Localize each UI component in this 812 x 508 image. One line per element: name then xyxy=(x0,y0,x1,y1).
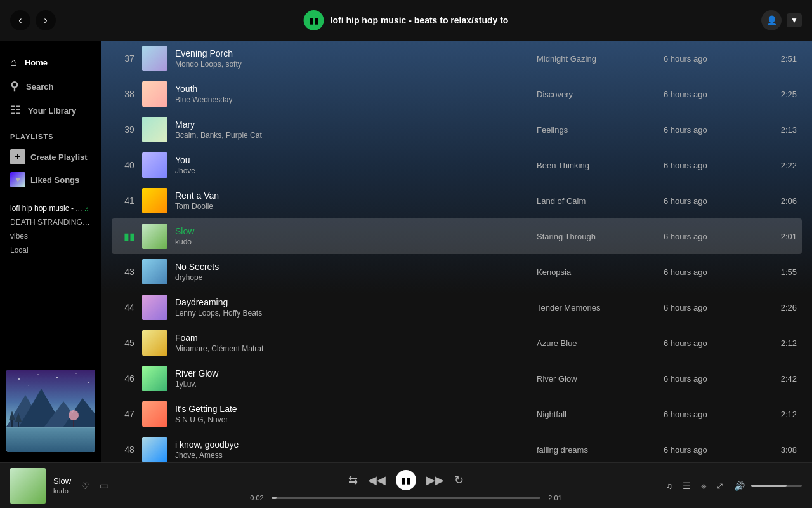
create-playlist-button[interactable]: + Create Playlist xyxy=(10,145,91,168)
player-right: ♫ ☰ ⎈ ⤢ 🔊 xyxy=(624,478,802,493)
user-avatar-button[interactable]: 👤 xyxy=(761,10,782,30)
track-row[interactable]: 46 River Glow 1yl.uv. River Glow 6 hours… xyxy=(112,361,802,396)
sidebar-item-library[interactable]: ☷ Your Library xyxy=(0,98,102,123)
track-row[interactable]: 45 Foam Miramare, Clément Matrat Azure B… xyxy=(112,325,802,361)
track-album: Kenopsia xyxy=(537,267,664,277)
sidebar-library-label: Your Library xyxy=(28,106,76,116)
sidebar-playlist-lofi[interactable]: lofi hip hop music - ... ♬ xyxy=(10,201,91,215)
track-art xyxy=(142,46,167,71)
track-num-cell: 46 xyxy=(117,373,142,384)
playlist-local-label: Local xyxy=(10,246,29,255)
nav-buttons: ‹ › xyxy=(10,10,56,30)
sidebar-playlist-local[interactable]: Local xyxy=(10,243,91,257)
current-time: 0:02 xyxy=(247,494,266,502)
player-album-art xyxy=(10,468,46,504)
track-artist: Tom Doolie xyxy=(175,202,537,211)
heart-button[interactable]: ♡ xyxy=(79,478,92,493)
svg-point-16 xyxy=(75,373,77,374)
playlist-lofi-label: lofi hip hop music - ... xyxy=(10,204,82,213)
track-row[interactable]: 48 i know, goodbye Jhove, Amess falling … xyxy=(112,432,802,462)
track-album: Azure Blue xyxy=(537,338,664,348)
track-row[interactable]: 38 Youth Blue Wednesday Discovery 6 hour… xyxy=(112,76,802,112)
svg-rect-5 xyxy=(6,427,95,452)
total-time: 2:01 xyxy=(546,494,565,502)
track-artist: Mondo Loops, softy xyxy=(175,60,537,69)
track-row[interactable]: 39 Mary Bcalm, Banks, Purple Cat Feeling… xyxy=(112,112,802,147)
track-album: River Glow xyxy=(537,374,664,384)
track-duration: 2:13 xyxy=(759,125,797,135)
previous-button[interactable]: ◀◀ xyxy=(368,473,386,487)
track-duration: 2:25 xyxy=(759,90,797,99)
track-art xyxy=(142,330,167,356)
track-artist: dryhope xyxy=(175,273,537,282)
progress-track[interactable] xyxy=(272,497,540,499)
track-artist: Bcalm, Banks, Purple Cat xyxy=(175,131,537,140)
sidebar-item-home[interactable]: ⌂ Home xyxy=(0,51,102,74)
shuffle-button[interactable]: ⇆ xyxy=(348,473,358,487)
track-info: Slow kudo xyxy=(167,226,537,246)
bottom-player: Slow kudo ♡ ▭ ⇆ ◀◀ ▮▮ ▶▶ ↻ 0:02 2:01 ♫ ☰… xyxy=(0,462,812,508)
track-date: 6 hours ago xyxy=(664,161,759,170)
track-row[interactable]: 47 It's Getting Late S N U G, Nuver Nigh… xyxy=(112,396,802,432)
queue-button[interactable]: ☰ xyxy=(680,478,693,493)
track-row[interactable]: 44 Daydreaming Lenny Loops, Hoffy Beats … xyxy=(112,290,802,325)
volume-bar[interactable] xyxy=(751,485,802,487)
picture-in-picture-button[interactable]: ▭ xyxy=(97,477,112,494)
sidebar-album-image xyxy=(6,370,95,452)
next-button[interactable]: ▶▶ xyxy=(426,473,444,487)
track-album: Land of Calm xyxy=(537,196,664,206)
track-num-cell: 43 xyxy=(117,267,142,277)
track-row[interactable]: 40 You Jhove Been Thinking 6 hours ago 2… xyxy=(112,147,802,183)
fullscreen-button[interactable]: ⤢ xyxy=(714,478,726,493)
player-icons: ♡ ▭ xyxy=(79,477,112,494)
track-num-cell: 47 xyxy=(117,409,142,419)
track-album: Midnight Gazing xyxy=(537,54,664,64)
player-left: Slow kudo ♡ ▭ xyxy=(10,468,188,504)
sidebar-playlist-vibes[interactable]: vibes xyxy=(10,229,91,243)
player-track-name: Slow xyxy=(53,476,71,486)
track-row[interactable]: 43 No Secrets dryhope Kenopsia 6 hours a… xyxy=(112,254,802,290)
sidebar-playlists: lofi hip hop music - ... ♬ DEATH STRANDI… xyxy=(0,196,102,364)
sidebar-item-search[interactable]: ⚲ Search xyxy=(0,74,102,98)
track-name: It's Getting Late xyxy=(175,404,537,414)
track-artist: Lenny Loops, Hoffy Beats xyxy=(175,309,537,318)
lyrics-button[interactable]: ♫ xyxy=(664,478,676,493)
track-artist: kudo xyxy=(175,237,537,246)
track-date: 6 hours ago xyxy=(664,232,759,241)
home-icon: ⌂ xyxy=(10,56,17,69)
device-button[interactable]: ⎈ xyxy=(698,478,709,493)
track-info: River Glow 1yl.uv. xyxy=(167,368,537,389)
play-pause-button[interactable]: ▮▮ xyxy=(396,470,416,490)
top-play-pause-button[interactable]: ▮▮ xyxy=(304,10,324,30)
track-album: Tender Memories xyxy=(537,303,664,312)
sidebar-nav: ⌂ Home ⚲ Search ☷ Your Library xyxy=(0,46,102,128)
liked-songs-label: Liked Songs xyxy=(30,175,79,185)
svg-rect-12 xyxy=(6,427,95,428)
track-row[interactable]: 37 Evening Porch Mondo Loops, softy Midn… xyxy=(112,41,802,76)
track-row[interactable]: ▮▮ Slow kudo Staring Through 6 hours ago… xyxy=(112,218,802,254)
track-row[interactable]: 41 Rent a Van Tom Doolie Land of Calm 6 … xyxy=(112,183,802,218)
playlist-vibes-label: vibes xyxy=(10,232,28,241)
track-num-cell: ▮▮ xyxy=(117,231,142,243)
track-num-cell: 39 xyxy=(117,124,142,135)
track-art xyxy=(142,81,167,107)
volume-icon[interactable]: 🔊 xyxy=(731,478,747,493)
repeat-button[interactable]: ↻ xyxy=(454,473,464,487)
dropdown-button[interactable]: ▼ xyxy=(787,13,802,27)
track-album: Been Thinking xyxy=(537,161,664,170)
liked-songs-button[interactable]: ♥ Liked Songs xyxy=(10,168,91,191)
forward-button[interactable]: › xyxy=(36,10,56,30)
track-album: Nightfall xyxy=(537,410,664,419)
track-name: i know, goodbye xyxy=(175,439,537,450)
track-name: Daydreaming xyxy=(175,297,537,307)
track-duration: 2:12 xyxy=(759,410,797,419)
track-art xyxy=(142,366,167,391)
track-info: Foam Miramare, Clément Matrat xyxy=(167,333,537,353)
track-date: 6 hours ago xyxy=(664,410,759,419)
track-art xyxy=(142,224,167,249)
sidebar-playlist-death[interactable]: DEATH STRANDING by ... xyxy=(10,215,91,229)
back-button[interactable]: ‹ xyxy=(10,10,30,30)
track-info: You Jhove xyxy=(167,155,537,175)
track-name: Slow xyxy=(175,226,537,236)
track-num-cell: 45 xyxy=(117,338,142,348)
